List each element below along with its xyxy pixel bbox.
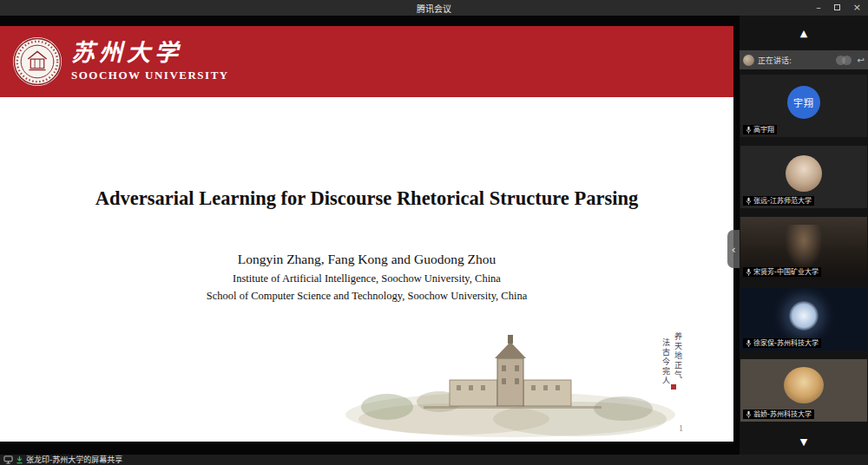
- participant-tile[interactable]: 宋贤芳-中国矿业大学: [740, 217, 867, 279]
- participant-name-label: 翁娇-苏州科技大学: [743, 409, 814, 419]
- slide-affiliation-2: School of Computer Science and Technolog…: [0, 290, 733, 303]
- speaker-mini-avatars: [839, 56, 852, 65]
- speaking-label: 正在讲话:: [758, 55, 792, 66]
- red-seal-stamp: [671, 384, 676, 390]
- reply-arrow-icon[interactable]: ↩: [858, 56, 865, 65]
- participant-tile[interactable]: 翁娇-苏州科技大学: [740, 359, 867, 422]
- avatar-photo: [786, 155, 822, 192]
- university-motto-calligraphy: 法古今完人 养天地正气: [661, 332, 681, 386]
- participant-name: 高宇翔: [753, 125, 774, 134]
- participant-name: 翁娇-苏州科技大学: [753, 409, 812, 419]
- screen-share-area: 苏州大学 SOOCHOW UNIVERSITY Adversarial Lear…: [0, 16, 740, 455]
- participant-name: 徐家保-苏州科技大学: [753, 338, 819, 348]
- status-bar: 张龙印-苏州大学的屏幕共享: [0, 455, 868, 465]
- panel-collapse-handle[interactable]: ‹: [727, 230, 740, 268]
- participant-name: 宋贤芳-中国矿业大学: [753, 267, 819, 277]
- speaker-avatar: [743, 55, 754, 66]
- participant-tile[interactable]: 徐家保-苏州科技大学: [740, 288, 867, 350]
- chevron-left-icon: ‹: [731, 243, 735, 256]
- maximize-icon: [834, 4, 840, 10]
- shared-slide: 苏州大学 SOOCHOW UNIVERSITY Adversarial Lear…: [0, 26, 733, 442]
- participant-name-label: 宋贤芳-中国矿业大学: [743, 267, 821, 277]
- university-name-en: SOOCHOW UNIVERSITY: [71, 69, 229, 82]
- mic-icon: [746, 268, 752, 277]
- slide-authors: Longyin Zhang, Fang Kong and Guodong Zho…: [0, 252, 733, 267]
- mic-icon: [746, 126, 752, 134]
- window-title: 腾讯会议: [417, 2, 451, 15]
- window-titlebar[interactable]: 腾讯会议 – ×: [0, 0, 868, 16]
- avatar-initials-text: 宇翔: [793, 95, 814, 109]
- campus-illustration-svg: [337, 331, 688, 442]
- avatar-dog-photo: [784, 367, 824, 403]
- participant-name-label: 徐家保-苏州科技大学: [743, 338, 821, 348]
- up-arrow-icon: ▲: [800, 28, 807, 39]
- participant-name: 张远-江苏师范大学: [753, 196, 812, 206]
- university-name-cn: 苏州大学: [71, 41, 229, 65]
- participant-tile[interactable]: 宇翔 高宇翔: [740, 75, 867, 137]
- scroll-down-button[interactable]: ▼: [740, 430, 868, 453]
- mic-icon: [746, 339, 752, 348]
- motto-left-column: 法古今完人: [661, 338, 669, 386]
- scroll-up-button[interactable]: ▲: [740, 16, 868, 50]
- main-area: 苏州大学 SOOCHOW UNIVERSITY Adversarial Lear…: [0, 16, 868, 455]
- close-button[interactable]: ×: [853, 0, 861, 16]
- speaking-indicator-bar: 正在讲话: ↩: [740, 50, 868, 69]
- slide-title: Adversarial Learning for Discourse Rheto…: [0, 187, 733, 210]
- download-arrow-icon[interactable]: [16, 455, 23, 464]
- minimize-button[interactable]: –: [816, 0, 821, 16]
- slide-affiliation-1: Institute of Artificial Intelligence, So…: [0, 272, 733, 285]
- slide-header-banner: 苏州大学 SOOCHOW UNIVERSITY: [0, 26, 733, 97]
- mic-icon: [746, 410, 752, 419]
- campus-illustration: 法古今完人 养天地正气: [337, 331, 688, 442]
- slide-body: Adversarial Learning for Discourse Rheto…: [0, 97, 733, 442]
- window-controls: – ×: [816, 0, 861, 16]
- participant-tile-list: 宇翔 高宇翔: [740, 75, 867, 422]
- participant-tile[interactable]: 张远-江苏师范大学: [740, 146, 867, 208]
- participants-panel: ▲ 正在讲话: ↩ 宇翔 高宇翔: [740, 16, 868, 455]
- university-wordmark: 苏州大学 SOOCHOW UNIVERSITY: [71, 41, 229, 82]
- down-arrow-icon: ▼: [800, 436, 807, 448]
- screen-share-status-text: 张龙印-苏州大学的屏幕共享: [26, 455, 122, 465]
- mic-icon: [746, 197, 752, 206]
- avatar-initials: 宇翔: [787, 86, 820, 119]
- university-seal-logo: [12, 36, 62, 87]
- avatar-moon-photo: [789, 301, 819, 331]
- participant-name-label: 高宇翔: [743, 125, 777, 134]
- screen-share-icon: [3, 455, 13, 464]
- motto-right-column: 养天地正气: [673, 332, 681, 386]
- slide-page-number: 1: [679, 423, 683, 433]
- participant-name-label: 张远-江苏师范大学: [743, 196, 814, 206]
- maximize-button[interactable]: [834, 0, 840, 16]
